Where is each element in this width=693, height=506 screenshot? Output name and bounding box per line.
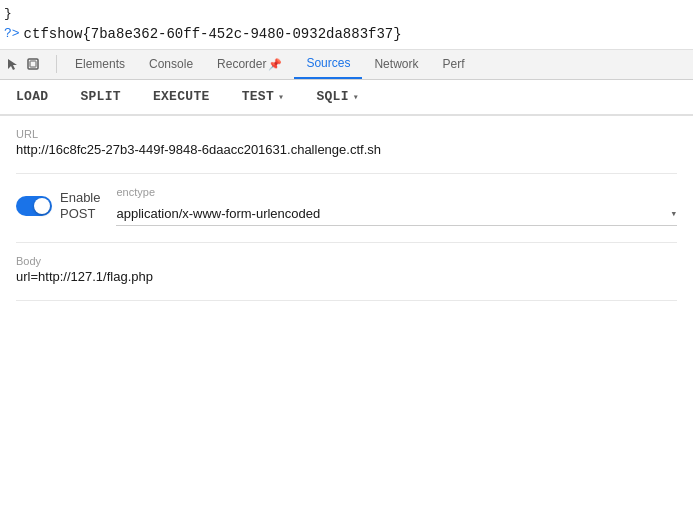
action-tabs-bar: LOAD SPLIT EXECUTE TEST ▾ SQLI ▾ [0, 80, 693, 116]
body-label: Body [16, 255, 677, 267]
content-area: URL http://16c8fc25-27b3-449f-9848-6daac… [0, 116, 693, 313]
flag-value: ctfshow{7ba8e362-60ff-452c-9480-0932da88… [24, 24, 402, 45]
tab-console[interactable]: Console [137, 49, 205, 79]
test-dropdown-arrow: ▾ [278, 91, 284, 103]
code-line-1: } [4, 4, 685, 24]
enctype-label: enctype [116, 186, 677, 198]
tab-split[interactable]: SPLIT [64, 80, 137, 116]
separator-1 [16, 173, 677, 174]
tab-load[interactable]: LOAD [0, 80, 64, 116]
code-brace: } [4, 4, 12, 24]
devtools-toolbar: Elements Console Recorder 📌 Sources Netw… [0, 50, 693, 80]
separator-2 [16, 242, 677, 243]
tab-recorder[interactable]: Recorder 📌 [205, 49, 294, 79]
code-output: } ?> ctfshow{7ba8e362-60ff-452c-9480-093… [0, 0, 693, 50]
toggle-label: Enable POST [60, 190, 100, 221]
cursor-icon[interactable] [4, 55, 22, 73]
tab-sources[interactable]: Sources [294, 49, 362, 79]
code-line-2: ?> ctfshow{7ba8e362-60ff-452c-9480-0932d… [4, 24, 685, 45]
enctype-group: enctype application/x-www-form-urlencode… [116, 186, 677, 226]
body-value: url=http://127.1/flag.php [16, 269, 677, 284]
toggle-container: Enable POST [16, 190, 100, 221]
recorder-pin-icon: 📌 [268, 58, 282, 71]
tab-perf[interactable]: Perf [430, 49, 476, 79]
tab-elements[interactable]: Elements [63, 49, 137, 79]
inspect-icon[interactable] [24, 55, 42, 73]
tab-execute[interactable]: EXECUTE [137, 80, 226, 116]
devtools-tabs: Elements Console Recorder 📌 Sources Netw… [63, 49, 689, 79]
toolbar-divider [56, 55, 57, 73]
enable-post-toggle[interactable] [16, 196, 52, 216]
toggle-enctype-row: Enable POST enctype application/x-www-fo… [16, 186, 677, 226]
url-field-group: URL http://16c8fc25-27b3-449f-9848-6daac… [16, 128, 677, 157]
enctype-dropdown-arrow: ▾ [670, 207, 677, 220]
toggle-wrapper: Enable POST [16, 190, 100, 221]
svg-rect-1 [30, 61, 36, 67]
tab-network[interactable]: Network [362, 49, 430, 79]
url-value: http://16c8fc25-27b3-449f-9848-6daacc201… [16, 142, 677, 157]
toolbar-icons-group [4, 55, 42, 73]
tab-test[interactable]: TEST ▾ [226, 80, 301, 116]
url-label: URL [16, 128, 677, 140]
enctype-select[interactable]: application/x-www-form-urlencoded ▾ [116, 202, 677, 226]
php-prompt: ?> [4, 24, 20, 44]
body-field-group: Body url=http://127.1/flag.php [16, 255, 677, 284]
bottom-separator [16, 300, 677, 301]
tab-sqli[interactable]: SQLI ▾ [300, 80, 375, 116]
sqli-dropdown-arrow: ▾ [353, 91, 359, 103]
enctype-value: application/x-www-form-urlencoded [116, 206, 320, 221]
